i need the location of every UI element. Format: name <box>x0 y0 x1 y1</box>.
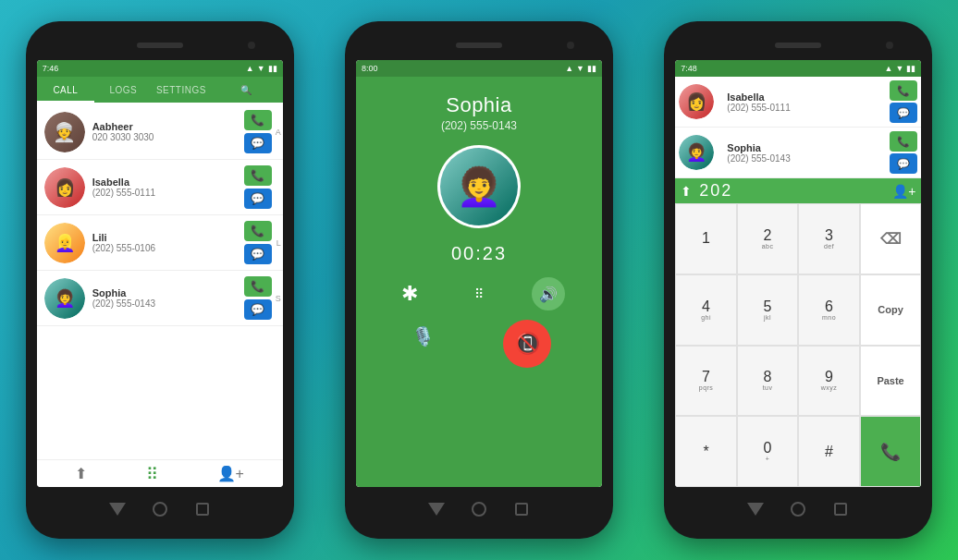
speaker-2 <box>456 43 502 48</box>
recents-btn-3[interactable] <box>832 501 849 517</box>
contact-item-isabella[interactable]: 👩 Isabella (202) 555-0111 📞 💬 <box>37 160 283 215</box>
home-btn-1[interactable] <box>152 501 168 517</box>
key-delete[interactable]: ⌫ <box>860 203 922 274</box>
call-btn-aabheer[interactable]: 📞 <box>244 110 272 130</box>
section-letter-a: A <box>276 128 281 137</box>
key-hash[interactable]: # <box>798 416 860 487</box>
dialpad-btn[interactable]: ⠿ <box>462 277 496 310</box>
sms-btn-dial-sophia[interactable]: 💬 <box>890 153 917 174</box>
key-paste[interactable]: Paste <box>860 346 922 417</box>
dialpad-icon[interactable]: ⠿ <box>146 464 158 484</box>
signal-icon-3: ▲ <box>884 64 892 73</box>
section-letter-l: L <box>276 238 281 248</box>
contact-actions-lili: 📞 💬 <box>244 221 272 264</box>
contact-item-sophia-1[interactable]: 👩‍🦱 Sophia (202) 555-0143 📞 💬 S <box>37 271 283 326</box>
status-time-3: 7:48 <box>681 64 697 73</box>
phone-3-top <box>675 32 921 58</box>
back-btn-3[interactable] <box>747 501 764 517</box>
mute-btn[interactable]: 🎙️ <box>406 320 439 353</box>
wifi-icon: ▼ <box>257 64 265 73</box>
call-signal-icon: ▲ <box>565 64 573 73</box>
sms-btn-dial-isabella[interactable]: 💬 <box>890 103 917 123</box>
back-btn-1[interactable] <box>109 501 126 517</box>
bluetooth-btn[interactable]: ✱ <box>393 277 426 310</box>
dial-share-icon[interactable]: ⬆ <box>681 184 692 199</box>
key-4[interactable]: 4 ghi <box>675 274 737 346</box>
phone-1: 7:46 ▲ ▼ ▮▮ CALL LOGS SETTINGS 🔍 👳 Aabhe… <box>26 21 294 539</box>
phone-2-top <box>356 32 602 58</box>
camera <box>248 42 255 49</box>
phone-3-screen: 7:48 ▲ ▼ ▮▮ 👩 Isabella (202) 555-0111 📞 … <box>675 60 921 487</box>
dial-actions-sophia: 📞 💬 <box>890 131 917 174</box>
caller-number: (202) 555-0143 <box>441 119 517 132</box>
tab-search[interactable]: 🔍 <box>210 79 283 101</box>
speaker-btn[interactable]: 🔊 <box>532 277 565 310</box>
call-btn-sophia-1[interactable]: 📞 <box>244 276 272 297</box>
status-icons-1: ▲ ▼ ▮▮ <box>246 64 277 73</box>
contact-name-lili: Lili <box>92 232 244 243</box>
dial-add-contact-icon[interactable]: 👤+ <box>892 184 915 199</box>
phone-1-screen: 7:46 ▲ ▼ ▮▮ CALL LOGS SETTINGS 🔍 👳 Aabhe… <box>37 60 283 487</box>
dial-num-isabella: (202) 555-0111 <box>727 103 890 113</box>
key-1[interactable]: 1 <box>675 203 737 274</box>
contact-num-sophia-1: (202) 555-0143 <box>92 298 244 309</box>
camera-2 <box>567 42 574 49</box>
sms-btn-lili[interactable]: 💬 <box>244 244 272 264</box>
signal-icon: ▲ <box>246 64 254 73</box>
caller-name: Sophia <box>446 93 512 117</box>
call-btn-lili[interactable]: 📞 <box>244 221 272 241</box>
sms-btn-sophia-1[interactable]: 💬 <box>244 299 272 320</box>
contact-item-aabheer[interactable]: 👳 Aabheer 020 3030 3030 📞 💬 A <box>37 104 283 160</box>
key-2[interactable]: 2 abc <box>737 203 799 274</box>
key-6[interactable]: 6 mno <box>798 274 860 346</box>
tab-bar-1: CALL LOGS SETTINGS 🔍 <box>37 77 283 104</box>
avatar-sophia-1: 👩‍🦱 <box>44 278 85 319</box>
key-3[interactable]: 3 def <box>798 203 860 274</box>
key-9[interactable]: 9 wxyz <box>798 346 860 417</box>
key-0[interactable]: 0 + <box>737 416 799 487</box>
camera-3 <box>886 42 893 49</box>
call-controls: ✱ ⠿ 🔊 <box>356 277 602 310</box>
call-battery-icon: ▮▮ <box>587 64 596 73</box>
battery-icon-3: ▮▮ <box>906 64 915 73</box>
dial-contact-sophia[interactable]: 👩‍🦱 Sophia (202) 555-0143 📞 💬 <box>675 128 921 178</box>
contact-info-isabella: Isabella (202) 555-0111 <box>92 177 244 198</box>
share-icon[interactable]: ⬆ <box>75 465 87 482</box>
dial-info-isabella: Isabella (202) 555-0111 <box>727 91 890 113</box>
caller-avatar: 👩‍🦱 <box>437 145 521 228</box>
key-star[interactable]: * <box>675 416 737 487</box>
tab-settings[interactable]: SETTINGS <box>153 79 211 101</box>
contact-actions-aabheer: 📞 💬 <box>244 110 272 153</box>
key-call[interactable]: 📞 <box>860 416 922 487</box>
dial-contact-isabella[interactable]: 👩 Isabella (202) 555-0111 📞 💬 <box>675 77 921 128</box>
add-contact-icon[interactable]: 👤+ <box>217 465 244 482</box>
home-btn-3[interactable] <box>790 501 806 517</box>
status-bar-3: 7:48 ▲ ▼ ▮▮ <box>675 60 921 77</box>
call-timer: 00:23 <box>451 243 507 264</box>
key-5[interactable]: 5 jkl <box>737 274 799 346</box>
call-btn-isabella[interactable]: 📞 <box>244 165 272 186</box>
speaker-3 <box>775 43 821 48</box>
tab-logs[interactable]: LOGS <box>94 79 153 101</box>
sms-btn-isabella[interactable]: 💬 <box>244 189 272 209</box>
tab-call[interactable]: CALL <box>37 79 95 103</box>
call-controls-2: 🎙️ 📵 <box>356 320 602 368</box>
phone-2: 8:00 ▲ ▼ ▮▮ Sophia (202) 555-0143 👩‍🦱 00… <box>345 21 613 539</box>
call-btn-dial-isabella[interactable]: 📞 <box>890 80 917 101</box>
recents-btn-2[interactable] <box>513 501 530 517</box>
dial-actions-isabella: 📞 💬 <box>890 80 917 123</box>
keypad: 1 2 abc 3 def ⌫ 4 ghi 5 jkl <box>675 203 921 487</box>
contact-item-lili[interactable]: 👱‍♀️ Lili (202) 555-0106 📞 💬 L <box>37 215 283 271</box>
recents-btn-1[interactable] <box>194 501 211 517</box>
key-copy[interactable]: Copy <box>860 274 922 346</box>
call-btn-dial-sophia[interactable]: 📞 <box>890 131 917 152</box>
end-call-btn[interactable]: 📵 <box>503 320 551 368</box>
back-btn-2[interactable] <box>428 501 445 517</box>
sms-btn-aabheer[interactable]: 💬 <box>244 133 272 153</box>
dial-name-sophia: Sophia <box>727 142 890 153</box>
home-btn-2[interactable] <box>471 501 487 517</box>
avatar-lili: 👱‍♀️ <box>44 223 85 263</box>
key-8[interactable]: 8 tuv <box>737 346 799 417</box>
contact-info-lili: Lili (202) 555-0106 <box>92 232 244 253</box>
key-7[interactable]: 7 pqrs <box>675 346 737 417</box>
